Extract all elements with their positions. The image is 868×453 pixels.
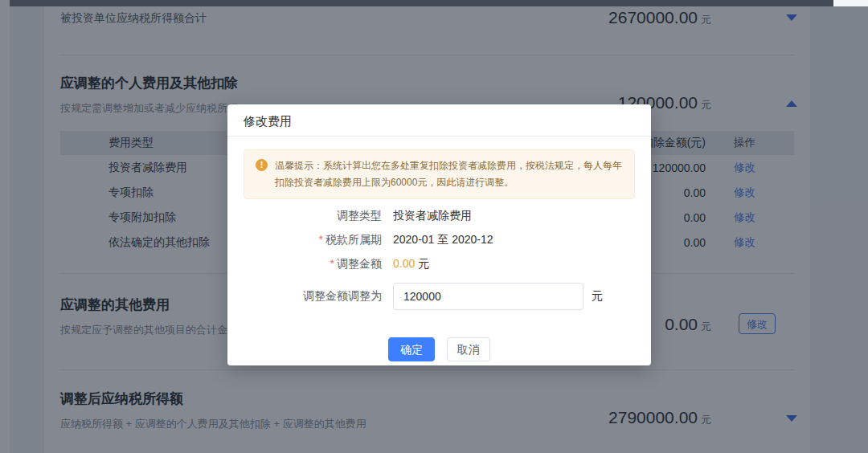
warning-text: 温馨提示：系统计算出您在多处重复扣除投资者减除费用，按税法规定，每人每年扣除投资… (275, 160, 622, 188)
unit-text: 元 (418, 257, 429, 270)
page-corner-patch (833, 0, 868, 6)
warning-banner: ! 温馨提示：系统计算出您在多处重复扣除投资者减除费用，按税法规定，每人每年扣除… (244, 149, 635, 199)
required-mark: * (319, 233, 323, 246)
unit-text: 元 (592, 289, 603, 304)
form-row-adjust-type: 调整类型 投资者减除费用 (244, 207, 635, 225)
adjust-amount-value: 0.00 (393, 257, 415, 270)
confirm-button[interactable]: 确定 (388, 337, 435, 361)
form-row-tax-period: *税款所属期 2020-01 至 2020-12 (244, 231, 635, 249)
dialog-title: 修改费用 (227, 104, 651, 137)
tax-adjustment-page: 被投资单位应纳税所得额合计 2670000.00元 应调整的个人费用及其他扣除 … (0, 0, 868, 453)
form-row-adjust-amount: *调整金额 0.00元 (244, 255, 635, 273)
adjust-amount-label: 调整金额 (337, 257, 382, 270)
dialog-footer: 确定 取消 (244, 337, 635, 361)
cancel-button[interactable]: 取消 (447, 337, 490, 361)
form-row-adjust-to: 调整金额调整为 元 (244, 283, 635, 310)
tax-period-value: 2020-01 至 2020-12 (393, 233, 493, 247)
required-mark: * (330, 257, 334, 270)
warning-icon: ! (256, 159, 268, 171)
adjust-to-label: 调整金额调整为 (303, 289, 382, 302)
adjust-type-value: 投资者减除费用 (393, 209, 472, 223)
tax-period-label: 税款所属期 (326, 233, 382, 246)
adjust-type-label: 调整类型 (337, 209, 382, 222)
adjust-amount-input[interactable] (393, 283, 583, 310)
modify-expense-dialog: 修改费用 ! 温馨提示：系统计算出您在多处重复扣除投资者减除费用，按税法规定，每… (227, 104, 651, 365)
